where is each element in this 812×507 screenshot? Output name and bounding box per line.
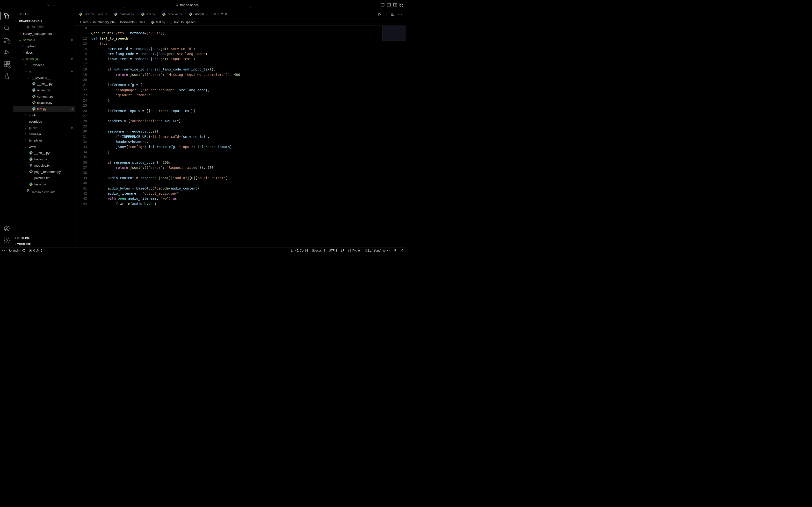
eol-status[interactable]: LF (341, 249, 344, 252)
tree-label: library_management (23, 32, 52, 36)
chevron-icon (24, 69, 28, 73)
nav-back-icon[interactable] (46, 3, 50, 7)
remote-icon[interactable] (2, 249, 5, 252)
editor-tab[interactable]: handler.py (110, 10, 138, 18)
svg-point-40 (11, 249, 12, 250)
activity-extensions-icon[interactable]: 1 (3, 61, 10, 68)
svg-point-39 (9, 251, 10, 252)
breadcrumb-symbol[interactable]: text_to_speech (174, 20, 196, 24)
tree-label: api (29, 69, 33, 73)
folder-item[interactable]: .github (13, 43, 75, 49)
branch-status[interactable]: main* (9, 249, 26, 252)
file-item[interactable]: action.py (13, 87, 75, 93)
folder-section-header[interactable]: FRAPPE-BENCH (13, 18, 75, 24)
editor-tab[interactable]: test.py.../apiU (75, 10, 110, 18)
activity-scm-icon[interactable]: 5 (3, 37, 10, 44)
chevron-icon (21, 51, 24, 54)
python-file-icon (151, 20, 154, 24)
activity-search-icon[interactable] (3, 24, 10, 32)
file-item[interactable]: __init__.py (13, 80, 75, 87)
file-item[interactable]: page_renderers.py (13, 169, 75, 175)
breadcrumb[interactable]: Users›shubhangigupta›Documents›C4GT›test… (75, 19, 406, 25)
activity-debug-icon[interactable] (3, 49, 10, 56)
file-item[interactable]: tasks.py (13, 181, 75, 187)
run-icon[interactable] (378, 12, 382, 16)
folder-item[interactable]: api (13, 68, 75, 74)
activity-account-icon[interactable] (3, 225, 10, 232)
breadcrumb-segment[interactable]: C4GT (139, 20, 147, 24)
folder-item[interactable]: samaaja (13, 56, 75, 62)
problems-status[interactable]: 0 2 (29, 249, 42, 252)
symbol-method-icon (169, 20, 173, 24)
feedback-icon[interactable] (394, 249, 397, 252)
folder-item[interactable]: samaaja (13, 131, 75, 137)
file-item[interactable]: hooks.py (13, 156, 75, 162)
file-tree[interactable]: yarn.locklibrary_managementsamaaja.githu… (13, 24, 75, 235)
layout-panel-icon[interactable] (387, 3, 391, 7)
file-item[interactable]: patches.txt (13, 175, 75, 181)
tree-label: __init__.py (37, 82, 52, 86)
breadcrumb-file[interactable]: test.py (156, 20, 165, 24)
breadcrumb-segment[interactable]: Documents (119, 20, 135, 24)
tab-modified: U (105, 12, 107, 16)
folder-item[interactable]: samaaja (13, 37, 75, 43)
folder-item[interactable]: www (13, 144, 75, 150)
cursor-position[interactable]: Ln 46, Col 61 (291, 249, 308, 252)
folder-item[interactable]: docs (13, 49, 75, 56)
editor-tab[interactable]: receive.py (158, 10, 185, 18)
editor-tab[interactable]: api.py (138, 10, 158, 18)
file-icon (32, 101, 36, 105)
folder-item[interactable]: config (13, 112, 75, 118)
tree-label: public (29, 126, 37, 130)
run-dropdown-icon[interactable] (385, 13, 388, 15)
activity-testing-icon[interactable] (3, 73, 10, 80)
file-item[interactable]: test.pyU (13, 106, 75, 112)
file-item[interactable]: __init__.py (13, 150, 75, 156)
svg-point-15 (5, 54, 5, 54)
tab-more-icon[interactable]: ··· (398, 12, 403, 16)
python-file-icon (141, 12, 145, 16)
outline-section-header[interactable]: OUTLINE (13, 235, 75, 241)
tree-label: docs (26, 51, 33, 54)
svg-point-0 (176, 4, 178, 6)
breadcrumb-segment[interactable]: shubhangigupta (92, 20, 115, 24)
file-item[interactable]: samaaja.egg-info (13, 187, 75, 193)
folder-item[interactable]: __pycache__ (13, 62, 75, 68)
language-status[interactable]: { } Python (348, 249, 361, 252)
explorer-more-icon[interactable]: ··· (67, 12, 71, 16)
layout-sidebar-left-icon[interactable] (380, 3, 385, 7)
file-icon (29, 151, 33, 155)
code-content[interactable]: @app.route('/tts', methods=['POST'])def … (91, 25, 406, 247)
folder-item[interactable]: overrides (13, 118, 75, 125)
code-editor[interactable]: 1011121314151617181920212223242526272829… (75, 25, 406, 247)
editor-tab[interactable]: test.py~/.../C4GT2× (185, 10, 231, 18)
file-item[interactable]: modules.txt (13, 162, 75, 169)
folder-item[interactable]: __pycache__ (13, 74, 75, 80)
folder-item[interactable]: public (13, 125, 75, 131)
split-editor-icon[interactable] (391, 12, 395, 16)
notifications-icon[interactable] (401, 249, 404, 252)
layout-sidebar-right-icon[interactable] (393, 3, 397, 7)
command-center[interactable]: frappe-bench (123, 2, 251, 8)
breadcrumb-segment[interactable]: Users (80, 20, 89, 24)
activity-settings-icon[interactable] (3, 237, 10, 244)
encoding-status[interactable]: UTF-8 (329, 249, 337, 252)
chevron-icon (24, 132, 28, 136)
file-item[interactable]: common.py (13, 93, 75, 100)
tree-label: yarn.lock (32, 24, 44, 28)
tree-label: samaaja (26, 57, 38, 61)
tree-label: common.py (37, 95, 53, 98)
folder-item[interactable]: library_management (13, 31, 75, 37)
chevron-icon (21, 57, 24, 60)
layout-customize-icon[interactable] (399, 3, 404, 7)
line-gutter: 1011121314151617181920212223242526272829… (75, 25, 91, 247)
interpreter-status[interactable]: 3.11.4 ('env': venv) (365, 249, 390, 252)
close-icon[interactable]: × (225, 12, 227, 16)
folder-item[interactable]: templates (13, 137, 75, 144)
indentation-status[interactable]: Spaces: 4 (312, 249, 325, 252)
activity-explorer-icon[interactable] (3, 12, 10, 19)
minimap[interactable] (382, 26, 406, 41)
file-item[interactable]: location.py (13, 100, 75, 106)
timeline-section-header[interactable]: TIMELINE (13, 241, 75, 247)
file-item[interactable]: yarn.lock (13, 24, 75, 31)
